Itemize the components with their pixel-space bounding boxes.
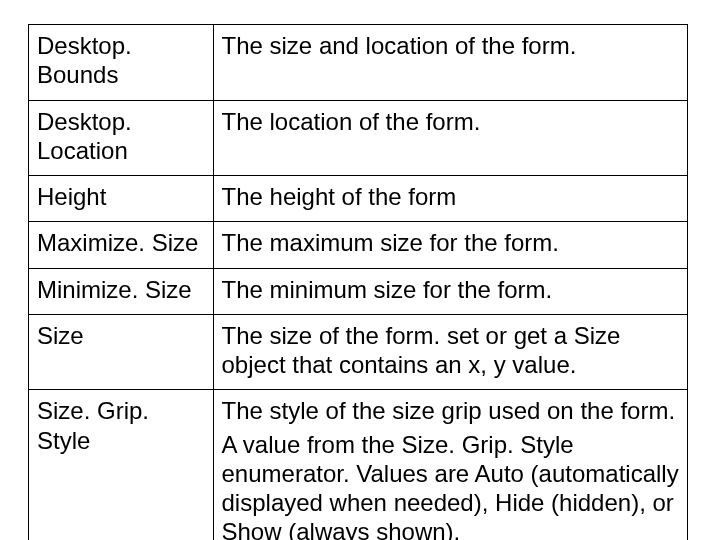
page: Desktop. Bounds The size and location of… [0, 0, 720, 540]
property-desc: The size of the form. set or get a Size … [213, 314, 687, 390]
property-desc: The location of the form. [213, 100, 687, 176]
property-name: Desktop. Location [29, 100, 214, 176]
table-row: Desktop. Location The location of the fo… [29, 100, 688, 176]
property-desc: The minimum size for the form. [213, 268, 687, 314]
property-name: Desktop. Bounds [29, 25, 214, 101]
desc-text: The height of the form [222, 182, 679, 211]
property-desc: The size and location of the form. [213, 25, 687, 101]
property-name: Size. Grip. Style [29, 390, 214, 540]
table-row: Desktop. Bounds The size and location of… [29, 25, 688, 101]
property-name: Maximize. Size [29, 222, 214, 268]
property-desc: The style of the size grip used on the f… [213, 390, 687, 540]
table-row: Size. Grip. Style The style of the size … [29, 390, 688, 540]
table-row: Size The size of the form. set or get a … [29, 314, 688, 390]
property-name: Size [29, 314, 214, 390]
table-row: Height The height of the form [29, 176, 688, 222]
property-name: Minimize. Size [29, 268, 214, 314]
table-row: Minimize. Size The minimum size for the … [29, 268, 688, 314]
property-desc: The height of the form [213, 176, 687, 222]
desc-text: The maximum size for the form. [222, 228, 679, 257]
desc-text: The minimum size for the form. [222, 275, 679, 304]
desc-text: The location of the form. [222, 107, 679, 136]
table-row: Maximize. Size The maximum size for the … [29, 222, 688, 268]
property-desc: The maximum size for the form. [213, 222, 687, 268]
desc-text: The size of the form. set or get a Size … [222, 321, 679, 380]
properties-table: Desktop. Bounds The size and location of… [28, 24, 688, 540]
desc-text: A value from the Size. Grip. Style enume… [222, 430, 679, 540]
desc-text: The style of the size grip used on the f… [222, 396, 679, 425]
desc-text: The size and location of the form. [222, 31, 679, 60]
property-name: Height [29, 176, 214, 222]
